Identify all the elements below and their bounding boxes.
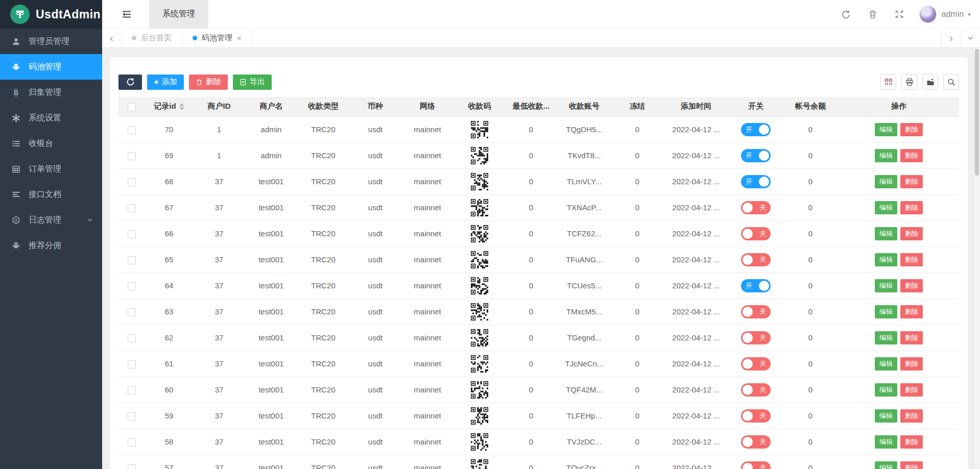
select-all-checkbox[interactable] — [128, 103, 136, 111]
tab-system-management[interactable]: 系统管理 — [149, 0, 208, 29]
table-body: 701adminTRC20usdtmainnet0TQgDH5...02022-… — [118, 116, 959, 469]
row-delete-button[interactable]: 删除 — [900, 253, 923, 266]
close-icon[interactable]: × — [237, 34, 242, 42]
print-icon[interactable] — [901, 74, 917, 90]
scrollbar-thumb[interactable] — [975, 49, 979, 176]
row-delete-button[interactable]: 删除 — [900, 461, 923, 469]
switch-toggle[interactable]: 关 — [741, 461, 771, 469]
edit-button[interactable]: 编辑 — [875, 279, 897, 292]
row-delete-button[interactable]: 删除 — [900, 435, 923, 449]
edit-button[interactable]: 编辑 — [875, 435, 897, 449]
qr-code-icon — [471, 381, 488, 399]
user-avatar[interactable] — [919, 6, 937, 23]
cell-switch: 关 — [729, 246, 782, 273]
switch-toggle[interactable]: 关 — [741, 357, 771, 371]
tabs-scroll-left-icon[interactable]: ‹ — [102, 29, 122, 47]
sidebar-item-collection-management[interactable]: B 归集管理 — [0, 80, 102, 105]
switch-toggle[interactable]: 开 — [741, 123, 771, 136]
switch-toggle[interactable]: 关 — [741, 331, 771, 344]
switch-toggle[interactable]: 关 — [741, 435, 771, 449]
tabs-menu-icon[interactable] — [961, 29, 980, 47]
edit-button[interactable]: 编辑 — [875, 461, 897, 469]
row-delete-button[interactable]: 删除 — [900, 123, 923, 136]
switch-label: 开 — [743, 125, 755, 134]
delete-button[interactable]: 删除 — [189, 75, 228, 90]
row-checkbox[interactable] — [128, 334, 136, 342]
switch-toggle[interactable]: 关 — [741, 253, 771, 266]
qr-code — [453, 121, 506, 138]
row-delete-button[interactable]: 删除 — [900, 357, 923, 371]
tab-home[interactable]: 后台首页 — [122, 29, 182, 47]
row-checkbox[interactable] — [128, 464, 136, 469]
edit-button[interactable]: 编辑 — [875, 305, 897, 318]
edit-button[interactable]: 编辑 — [875, 383, 897, 397]
row-delete-button[interactable]: 删除 — [900, 149, 923, 162]
user-menu-caret-icon[interactable]: ▼ — [967, 12, 972, 17]
edit-button[interactable]: 编辑 — [875, 201, 897, 214]
edit-button[interactable]: 编辑 — [875, 149, 897, 162]
sidebar-item-code-pool[interactable]: 码池管理 — [0, 54, 102, 80]
switch-toggle[interactable]: 开 — [741, 279, 771, 292]
edit-button[interactable]: 编辑 — [875, 331, 897, 344]
tabs-scroll-right-icon[interactable]: › — [941, 29, 961, 47]
switch-toggle[interactable]: 关 — [741, 201, 771, 214]
sidebar-item-order-management[interactable]: 订单管理 — [0, 156, 102, 182]
row-checkbox[interactable] — [128, 204, 136, 212]
tab-code-pool[interactable]: 码池管理 × — [182, 29, 252, 47]
search-icon[interactable] — [943, 74, 959, 90]
sidebar-item-system-settings[interactable]: 系统设置 — [0, 105, 102, 131]
row-delete-button[interactable]: 删除 — [900, 331, 923, 344]
add-button[interactable]: + 添加 — [147, 75, 184, 90]
sidebar-item-log-management[interactable]: 日志管理 — [0, 207, 102, 233]
sidebar-item-api-docs[interactable]: 接口文档 — [0, 182, 102, 207]
fullscreen-icon[interactable] — [895, 10, 904, 19]
row-delete-button[interactable]: 删除 — [900, 175, 923, 188]
row-checkbox[interactable] — [128, 230, 136, 238]
switch-toggle[interactable]: 关 — [741, 383, 771, 397]
edit-button[interactable]: 编辑 — [875, 357, 897, 371]
sidebar-item-admin-management[interactable]: 管理员管理 — [0, 29, 102, 54]
switch-toggle[interactable]: 关 — [741, 227, 771, 240]
sidebar-item-referral-commission[interactable]: 推荐分佣 — [0, 233, 102, 258]
export-button[interactable]: 导出 — [233, 75, 272, 90]
row-checkbox[interactable] — [128, 178, 136, 186]
row-delete-button[interactable]: 删除 — [900, 201, 923, 214]
row-delete-button[interactable]: 删除 — [900, 305, 923, 318]
sort-control[interactable] — [179, 103, 184, 110]
switch-knob — [743, 463, 753, 469]
switch-toggle[interactable]: 开 — [741, 149, 771, 162]
switch-label: 关 — [756, 411, 769, 421]
trash-icon[interactable] — [868, 10, 877, 19]
username-label[interactable]: admin — [942, 10, 964, 19]
columns-filter-icon[interactable] — [880, 74, 896, 90]
cell-min_amount: 0 — [506, 351, 557, 377]
switch-toggle[interactable]: 关 — [741, 305, 771, 318]
edit-button[interactable]: 编辑 — [875, 123, 897, 136]
edit-button[interactable]: 编辑 — [875, 175, 897, 188]
row-delete-button[interactable]: 删除 — [900, 409, 923, 423]
refresh-icon[interactable] — [841, 10, 851, 19]
row-checkbox[interactable] — [128, 360, 136, 368]
row-delete-button[interactable]: 删除 — [900, 383, 923, 397]
row-checkbox[interactable] — [128, 282, 136, 290]
row-checkbox[interactable] — [128, 386, 136, 394]
row-checkbox[interactable] — [128, 256, 136, 264]
row-delete-button[interactable]: 删除 — [900, 279, 923, 292]
edit-button[interactable]: 编辑 — [875, 409, 897, 423]
row-checkbox[interactable] — [128, 412, 136, 421]
switch-toggle[interactable]: 开 — [741, 175, 771, 188]
table-row: 691adminTRC20usdtmainnet0TKvdT8...02022-… — [118, 142, 959, 168]
export-data-icon[interactable] — [922, 74, 938, 90]
row-checkbox[interactable] — [128, 438, 136, 447]
edit-button[interactable]: 编辑 — [875, 253, 897, 266]
row-delete-button[interactable]: 删除 — [900, 227, 923, 240]
row-checkbox[interactable] — [128, 152, 136, 160]
edit-button[interactable]: 编辑 — [875, 227, 897, 240]
switch-toggle[interactable]: 关 — [741, 409, 771, 423]
refresh-button[interactable] — [118, 75, 142, 90]
row-checkbox[interactable] — [128, 126, 136, 134]
row-checkbox[interactable] — [128, 308, 136, 316]
sidebar-item-cashier[interactable]: 收银台 — [0, 131, 102, 156]
sidebar-collapse-icon[interactable] — [122, 9, 132, 19]
cell-id: 59 — [145, 403, 193, 429]
